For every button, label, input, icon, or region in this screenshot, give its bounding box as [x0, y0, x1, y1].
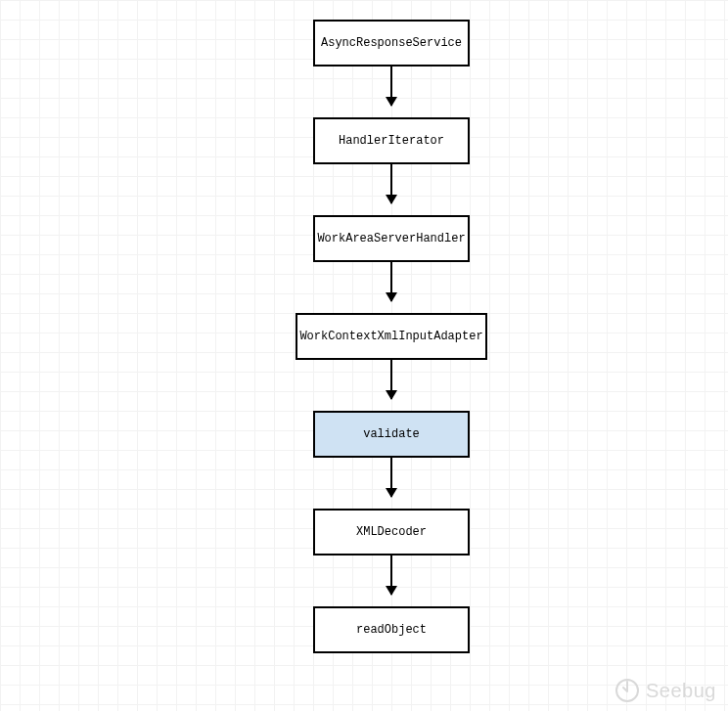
flowchart-canvas: AsyncResponseService HandlerIterator Wor…: [0, 0, 728, 711]
seebug-icon: [614, 678, 640, 703]
node-label: WorkContextXmlInputAdapter: [299, 330, 482, 343]
node-work-area-server-handler: WorkAreaServerHandler: [313, 215, 470, 262]
node-async-response-service: AsyncResponseService: [313, 20, 470, 67]
node-label: XMLDecoder: [356, 525, 427, 539]
node-label: WorkAreaServerHandler: [317, 232, 465, 245]
node-label: HandlerIterator: [339, 134, 444, 148]
edge-n6-n7: [390, 555, 392, 595]
node-validate: validate: [313, 411, 470, 458]
node-work-context-xml-input-adapter: WorkContextXmlInputAdapter: [296, 313, 487, 360]
node-xml-decoder: XMLDecoder: [313, 509, 470, 555]
node-label: validate: [363, 427, 420, 441]
watermark-text: Seebug: [646, 680, 716, 702]
node-label: AsyncResponseService: [321, 36, 462, 50]
node-handler-iterator: HandlerIterator: [313, 117, 470, 164]
node-read-object: readObject: [313, 606, 470, 653]
watermark: Seebug: [614, 678, 716, 703]
edge-n4-n5: [390, 360, 392, 399]
edge-n2-n3: [390, 164, 392, 203]
node-label: readObject: [356, 623, 427, 637]
edge-n5-n6: [390, 458, 392, 497]
edge-n1-n2: [390, 67, 392, 106]
edge-n3-n4: [390, 262, 392, 301]
